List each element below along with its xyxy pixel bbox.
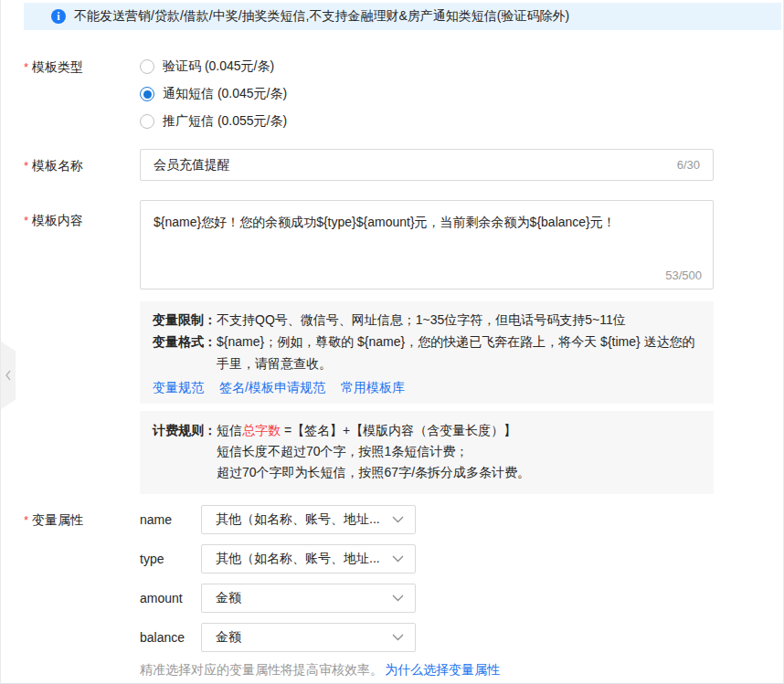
required-asterisk: * bbox=[24, 159, 28, 173]
tip-links: 变量规范 签名/模板申请规范 常用模板库 bbox=[153, 376, 701, 396]
link-variable-spec[interactable]: 变量规范 bbox=[153, 376, 204, 396]
var-name-select[interactable]: 其他（如名称、账号、地址... bbox=[201, 505, 416, 534]
var-type-label: type bbox=[140, 552, 201, 566]
template-content-field: ${name}您好！您的余额成功${type}${amount}元，当前剩余余额… bbox=[140, 200, 714, 289]
name-char-counter: 6/30 bbox=[677, 158, 700, 172]
variable-attrs-row: *变量属性 name 其他（如名称、账号、地址... type 其他（如名称、账… bbox=[1, 505, 783, 679]
attr-hint: 精准选择对应的变量属性将提高审核效率。为什么选择变量属性 bbox=[140, 662, 500, 679]
var-amount-select[interactable]: 金额 bbox=[201, 584, 416, 613]
chevron-down-icon bbox=[392, 516, 404, 523]
var-type-select[interactable]: 其他（如名称、账号、地址... bbox=[201, 544, 416, 574]
var-amount-label: amount bbox=[140, 591, 201, 605]
link-common-template-library[interactable]: 常用模板库 bbox=[341, 376, 405, 396]
billing-rule-text: 短信总字数 =【签名】+【模版内容（含变量长度）】 bbox=[217, 420, 516, 441]
var-row-balance: balance 金额 bbox=[140, 623, 500, 652]
spacer bbox=[1, 411, 140, 494]
variable-attrs-list: name 其他（如名称、账号、地址... type 其他（如名称、账号、地址..… bbox=[140, 505, 500, 679]
chevron-down-icon bbox=[392, 555, 404, 563]
billing-rule-line-3: 计费规则： 超过70个字即为长短信，按照67字/条拆分成多条计费。 bbox=[153, 462, 701, 483]
var-row-type: type 其他（如名称、账号、地址... bbox=[140, 544, 500, 574]
template-content-label: *模板内容 bbox=[1, 200, 140, 289]
radio-notification-sms[interactable]: 通知短信 (0.045元/条) bbox=[140, 84, 287, 104]
radio-promotion-sms[interactable]: 推广短信 (0.055元/条) bbox=[140, 111, 287, 132]
content-char-counter: 53/500 bbox=[665, 268, 702, 282]
template-name-label: *模板名称 bbox=[1, 149, 140, 181]
variable-limit-label: 变量限制： bbox=[153, 309, 217, 331]
billing-rule-line-1: 计费规则： 短信总字数 =【签名】+【模版内容（含变量长度）】 bbox=[153, 420, 701, 441]
billing-rule-line-2: 计费规则： 短信长度不超过70个字，按照1条短信计费； bbox=[153, 441, 701, 462]
spacer bbox=[1, 301, 140, 404]
var-balance-label: balance bbox=[140, 630, 201, 645]
template-type-label: *模板类型 bbox=[1, 57, 140, 132]
variable-format-line: 变量格式： ${name}；例如，尊敬的 ${name}，您的快递已飞奔在路上，… bbox=[153, 331, 701, 374]
billing-rules-row: 计费规则： 短信总字数 =【签名】+【模版内容（含变量长度）】 计费规则： 短信… bbox=[1, 411, 783, 494]
billing-rules-label: 计费规则： bbox=[153, 420, 217, 441]
variable-attrs-label: *变量属性 bbox=[1, 505, 140, 679]
radio-icon bbox=[140, 87, 154, 101]
variable-format-label: 变量格式： bbox=[153, 331, 217, 353]
link-why-variable-attrs[interactable]: 为什么选择变量属性 bbox=[385, 662, 500, 677]
chevron-down-icon bbox=[392, 595, 404, 602]
template-name-input[interactable] bbox=[154, 158, 677, 173]
panel-collapse-handle[interactable] bbox=[1, 342, 16, 409]
link-signature-template-spec[interactable]: 签名/模板申请规范 bbox=[219, 376, 325, 396]
var-balance-select[interactable]: 金额 bbox=[201, 623, 416, 652]
required-asterisk: * bbox=[24, 214, 28, 227]
variable-format-text: ${name}；例如，尊敬的 ${name}，您的快递已飞奔在路上，将今天 ${… bbox=[217, 331, 701, 374]
template-name-row: *模板名称 6/30 bbox=[1, 149, 783, 181]
billing-rules-box: 计费规则： 短信总字数 =【签名】+【模版内容（含变量长度）】 计费规则： 短信… bbox=[140, 411, 714, 494]
variable-limit-text: 不支持QQ号、微信号、网址信息；1~35位字符，但电话号码支持5~11位 bbox=[217, 309, 626, 331]
variable-tips-box: 变量限制： 不支持QQ号、微信号、网址信息；1~35位字符，但电话号码支持5~1… bbox=[140, 301, 714, 404]
template-form: *模板类型 验证码 (0.045元/条) 通知短信 (0.045元/条) 推广短… bbox=[1, 30, 783, 679]
sms-template-form-page: i 不能发送营销/贷款/借款/中奖/抽奖类短信,不支持金融理财&房产通知类短信(… bbox=[0, 0, 784, 684]
variable-tips-row: 变量限制： 不支持QQ号、微信号、网址信息；1~35位字符，但电话号码支持5~1… bbox=[1, 301, 783, 404]
required-asterisk: * bbox=[24, 513, 28, 527]
variable-limit-line: 变量限制： 不支持QQ号、微信号、网址信息；1~35位字符，但电话号码支持5~1… bbox=[153, 309, 701, 331]
var-name-label: name bbox=[140, 512, 201, 527]
total-chars-highlight: 总字数 bbox=[242, 423, 281, 437]
template-content-textarea[interactable]: ${name}您好！您的余额成功${type}${amount}元，当前剩余余额… bbox=[154, 212, 700, 263]
radio-label: 验证码 (0.045元/条) bbox=[163, 58, 274, 75]
var-row-name: name 其他（如名称、账号、地址... bbox=[140, 505, 500, 534]
radio-label: 推广短信 (0.055元/条) bbox=[163, 113, 287, 130]
template-type-radio-group: 验证码 (0.045元/条) 通知短信 (0.045元/条) 推广短信 (0.0… bbox=[140, 57, 287, 132]
banner-text: 不能发送营销/贷款/借款/中奖/抽奖类短信,不支持金融理财&房产通知类短信(验证… bbox=[74, 8, 569, 25]
radio-icon bbox=[140, 114, 154, 129]
var-row-amount: amount 金额 bbox=[140, 584, 500, 613]
radio-label: 通知短信 (0.045元/条) bbox=[163, 86, 287, 102]
radio-verification-code[interactable]: 验证码 (0.045元/条) bbox=[140, 57, 287, 77]
info-banner: i 不能发送营销/贷款/借款/中奖/抽奖类短信,不支持金融理财&房产通知类短信(… bbox=[24, 3, 781, 30]
info-icon: i bbox=[51, 9, 66, 24]
chevron-left-icon bbox=[5, 370, 12, 381]
radio-icon bbox=[140, 59, 154, 74]
required-asterisk: * bbox=[24, 60, 28, 74]
chevron-down-icon bbox=[392, 634, 404, 641]
template-content-row: *模板内容 ${name}您好！您的余额成功${type}${amount}元，… bbox=[1, 200, 783, 289]
template-type-row: *模板类型 验证码 (0.045元/条) 通知短信 (0.045元/条) 推广短… bbox=[1, 57, 783, 132]
template-name-field: 6/30 bbox=[140, 149, 714, 181]
